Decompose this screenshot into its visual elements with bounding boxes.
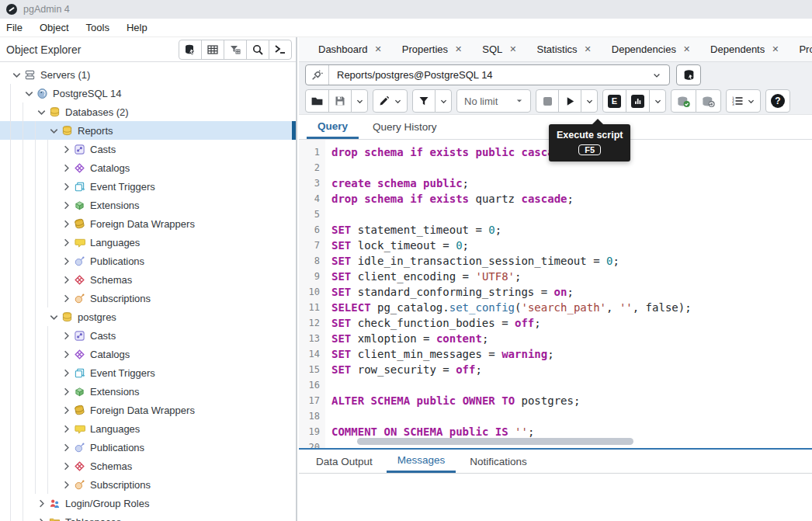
editor-horizontal-scrollbar[interactable] <box>357 438 633 445</box>
tab-dependents[interactable]: Dependents✕ <box>700 37 789 62</box>
tab-notifications[interactable]: Notifications <box>459 450 538 473</box>
chevron-down-icon[interactable] <box>35 106 47 118</box>
menu-file[interactable]: File <box>6 22 23 33</box>
tree-item-login-group-roles[interactable]: Login/Group Roles <box>0 494 296 512</box>
tree-item-schemas[interactable]: Schemas <box>0 270 296 289</box>
editor-code-area[interactable]: drop schema if exists public cascade;cre… <box>325 140 812 448</box>
rollback-button[interactable] <box>696 89 721 113</box>
psql-tool-button[interactable] <box>269 40 292 60</box>
search-objects-button[interactable] <box>246 40 269 60</box>
execute-options-caret[interactable] <box>581 89 598 113</box>
chevron-right-icon[interactable] <box>60 405 72 416</box>
chevron-right-icon[interactable] <box>60 162 72 174</box>
chevron-right-icon[interactable] <box>60 181 72 193</box>
tab-messages[interactable]: Messages <box>387 450 456 473</box>
tree-item-databases-2-[interactable]: Databases (2) <box>0 102 296 121</box>
tab-dependencies[interactable]: Dependencies✕ <box>602 37 700 62</box>
chevron-right-icon[interactable] <box>60 293 72 304</box>
save-button[interactable] <box>328 89 352 113</box>
connection-selector[interactable]: Reports/postgres@PostgreSQL 14 <box>305 64 670 85</box>
database-icon <box>60 311 74 323</box>
chevron-right-icon[interactable] <box>60 218 72 230</box>
chevron-right-icon[interactable] <box>60 479 72 491</box>
close-icon[interactable]: ✕ <box>585 45 592 54</box>
chevron-right-icon[interactable] <box>60 144 72 155</box>
chevron-right-icon[interactable] <box>60 460 72 472</box>
tree-item-catalogs[interactable]: Catalogs <box>0 158 296 177</box>
chevron-right-icon[interactable] <box>60 237 72 248</box>
close-icon[interactable]: ✕ <box>683 45 690 54</box>
tab-query[interactable]: Query <box>307 115 359 139</box>
menu-help[interactable]: Help <box>127 22 147 33</box>
close-icon[interactable]: ✕ <box>509 45 516 54</box>
chevron-right-icon[interactable] <box>60 442 72 453</box>
tree-item-casts[interactable]: Casts <box>0 326 296 345</box>
tree-item-tablespaces[interactable]: Tablespaces <box>0 512 296 521</box>
filtered-rows-button[interactable] <box>224 40 247 60</box>
chevron-right-icon[interactable] <box>35 516 47 521</box>
tree-item-catalogs[interactable]: Catalogs <box>0 345 296 363</box>
sql-editor[interactable]: 1234567891011121314151617181920 drop sch… <box>299 140 812 450</box>
tree-item-postgres[interactable]: postgres <box>0 307 296 326</box>
tree-item-reports[interactable]: Reports <box>0 121 296 140</box>
tab-data-output[interactable]: Data Output <box>305 450 383 473</box>
tree-item-languages[interactable]: Languages <box>0 233 296 252</box>
chevron-down-icon[interactable] <box>47 125 60 137</box>
row-limit-select[interactable]: No limit <box>456 89 531 113</box>
chevron-down-icon[interactable] <box>23 88 35 99</box>
new-connection-button[interactable] <box>676 64 701 85</box>
menu-object[interactable]: Object <box>40 22 69 33</box>
macros-button[interactable]: 123 <box>726 89 761 113</box>
commit-button[interactable] <box>671 89 696 113</box>
close-icon[interactable]: ✕ <box>375 45 382 54</box>
tab-statistics[interactable]: Statistics✕ <box>527 37 602 62</box>
tab-query-history[interactable]: Query History <box>362 115 448 139</box>
close-icon[interactable]: ✕ <box>455 45 462 54</box>
chevron-right-icon[interactable] <box>60 386 72 398</box>
tree-item-servers-1-[interactable]: Servers (1) <box>0 65 296 84</box>
explain-options-caret[interactable] <box>649 89 666 113</box>
chevron-right-icon[interactable] <box>60 200 72 211</box>
tab-dashboard[interactable]: Dashboard✕ <box>308 37 392 62</box>
tree-item-schemas[interactable]: Schemas <box>0 457 296 475</box>
chevron-right-icon[interactable] <box>60 349 72 360</box>
chevron-right-icon[interactable] <box>60 274 72 286</box>
save-options-caret[interactable] <box>351 89 368 113</box>
chevron-right-icon[interactable] <box>35 498 47 509</box>
tree-item-publications[interactable]: Publications <box>0 252 296 270</box>
tree-item-event-triggers[interactable]: Event Triggers <box>0 363 296 382</box>
tree-item-casts[interactable]: Casts <box>0 140 296 158</box>
tree-item-foreign-data-wrappers[interactable]: Foreign Data Wrappers <box>0 214 296 233</box>
chevron-right-icon[interactable] <box>60 367 72 379</box>
tree-item-extensions[interactable]: Extensions <box>0 196 296 214</box>
query-tool-button[interactable] <box>179 40 202 60</box>
tree-item-subscriptions[interactable]: Subscriptions <box>0 475 296 494</box>
filter-button[interactable] <box>412 89 435 113</box>
chevron-down-icon[interactable] <box>47 311 60 323</box>
help-button[interactable]: ? <box>765 89 790 113</box>
explain-analyze-button[interactable] <box>626 89 650 113</box>
tab-sql[interactable]: SQL✕ <box>472 37 526 62</box>
tree-item-foreign-data-wrappers[interactable]: Foreign Data Wrappers <box>0 401 296 419</box>
chevron-down-icon[interactable] <box>10 69 23 81</box>
open-file-button[interactable] <box>305 89 329 113</box>
tree-item-publications[interactable]: Publications <box>0 438 296 457</box>
tree-item-languages[interactable]: Languages <box>0 419 296 438</box>
execute-button[interactable] <box>558 89 581 113</box>
tree-item-extensions[interactable]: Extensions <box>0 382 296 401</box>
tree-item-event-triggers[interactable]: Event Triggers <box>0 177 296 196</box>
tree-item-subscriptions[interactable]: Subscriptions <box>0 289 296 307</box>
view-data-button[interactable] <box>201 40 224 60</box>
edit-menu-button[interactable] <box>373 89 408 113</box>
tab-process[interactable]: Process <box>789 37 812 62</box>
menu-tools[interactable]: Tools <box>86 22 109 33</box>
close-icon[interactable]: ✕ <box>772 45 779 54</box>
chevron-right-icon[interactable] <box>60 255 72 267</box>
chevron-right-icon[interactable] <box>60 423 72 435</box>
filter-options-caret[interactable] <box>435 89 452 113</box>
stop-button[interactable] <box>536 89 559 113</box>
tab-properties[interactable]: Properties✕ <box>392 37 472 62</box>
tree-item-postgresql-14[interactable]: PostgreSQL 14 <box>0 84 296 102</box>
explain-button[interactable]: E <box>602 89 626 113</box>
chevron-right-icon[interactable] <box>60 330 72 342</box>
